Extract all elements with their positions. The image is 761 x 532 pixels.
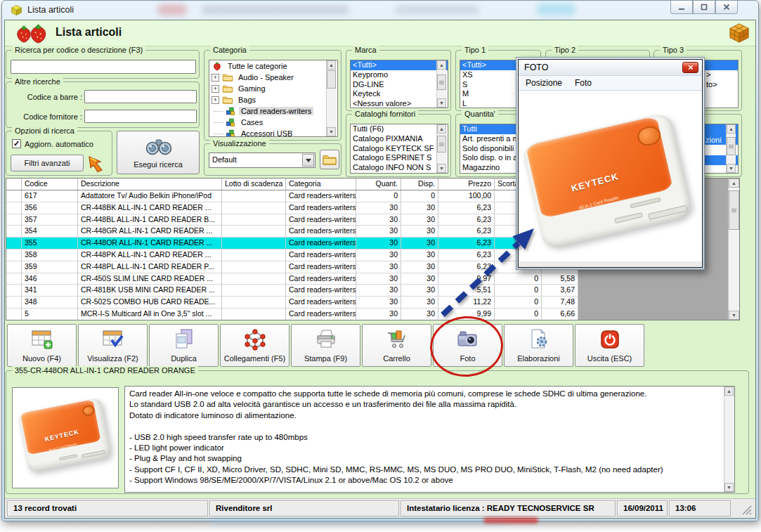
barcode-input[interactable] — [84, 90, 197, 103]
table-cell: CR-450S SLIM LINE CARD READER ... — [78, 273, 222, 285]
right-filter-scrollbar[interactable]: ▲ ▼ — [726, 124, 736, 173]
description-line: Lo standard USB 2.0 ad alta velocità gar… — [125, 399, 734, 410]
list-item[interactable]: Tutti (F6) — [351, 124, 448, 134]
column-header[interactable]: Descrizione — [78, 179, 222, 190]
list-item[interactable]: Keypromo — [351, 70, 448, 80]
column-header[interactable]: Quant. — [356, 179, 401, 190]
uscita-esc-button[interactable]: Uscita (ESC) — [575, 324, 644, 367]
table-cell — [222, 261, 286, 273]
list-item[interactable]: DG-LINE — [351, 80, 448, 90]
table-cell: Card readers-writers — [286, 202, 356, 214]
scroll-thumb[interactable] — [437, 136, 446, 153]
scroll-down-arrow[interactable]: ▼ — [437, 98, 446, 108]
brand-scrollbar[interactable]: ▲ ▼ — [436, 60, 446, 108]
scroll-thumb[interactable] — [437, 74, 446, 90]
list-item[interactable]: Catalogo KEYTECK SF — [351, 144, 448, 154]
flame-arrow-icon[interactable] — [86, 153, 106, 173]
auto-update-checkbox[interactable]: ✓ — [12, 139, 21, 148]
product-description[interactable]: Card reader All-in-one veloce e compatto… — [124, 386, 735, 493]
description-line: - Support CF I, CF II, XD, Micro Driver,… — [125, 465, 734, 475]
column-header[interactable]: Prezzo — [438, 179, 495, 190]
list-item[interactable]: Catalogo PIXMANIA — [351, 134, 448, 144]
scroll-down-arrow[interactable]: ▼ — [729, 311, 739, 320]
scroll-up-arrow[interactable]: ▲ — [729, 179, 739, 188]
table-cell — [6, 285, 22, 296]
list-item[interactable]: <Nessun valore> — [351, 99, 448, 108]
list-item[interactable]: <Tutti> — [351, 60, 448, 70]
foto-close-button[interactable] — [682, 62, 698, 73]
foto-titlebar[interactable]: FOTO — [519, 60, 702, 76]
catalogs-listbox[interactable]: Tutti (F6)Catalogo PIXMANIACatalogo KEYT… — [350, 124, 448, 174]
run-search-button[interactable]: Esegui ricerca — [117, 131, 200, 174]
supplier-code-input[interactable] — [84, 110, 197, 123]
tree-item[interactable]: Accessori USB — [209, 128, 337, 137]
scroll-down-arrow[interactable]: ▼ — [437, 164, 446, 173]
stampa-f9-button[interactable]: Stampa (F9) — [291, 324, 360, 367]
scroll-thumb[interactable] — [327, 70, 336, 89]
scroll-thumb[interactable] — [729, 190, 739, 230]
scroll-down-arrow[interactable]: ▼ — [727, 164, 736, 173]
column-header[interactable]: Disp. — [401, 179, 438, 190]
tree-expander-icon[interactable]: + — [212, 96, 219, 104]
combobox-dropdown-button[interactable] — [302, 154, 314, 167]
column-header[interactable] — [6, 179, 22, 190]
tree-item-label: Tutte le categorie — [226, 62, 290, 70]
resize-grip[interactable] — [741, 505, 753, 516]
tree-item[interactable]: Card readers-writers — [209, 105, 337, 117]
description-scrollbar[interactable]: ▲ ▼ — [724, 387, 734, 492]
tree-item[interactable]: +Audio - Speaker — [209, 72, 337, 83]
tree-item[interactable]: Tutte le categorie — [209, 60, 337, 72]
detail-caption: 355-CR-448OR ALL-IN-1 CARD READER ORANGE — [12, 366, 198, 375]
visualizza-f2-button[interactable]: Visualizza (F2) — [78, 324, 148, 367]
close-button[interactable] — [715, 1, 738, 14]
view-combobox[interactable]: Default — [209, 153, 316, 168]
minimize-button[interactable] — [670, 1, 693, 14]
tree-item[interactable]: +Gaming — [209, 83, 337, 94]
catalogs-scrollbar[interactable]: ▲ ▼ — [436, 124, 446, 173]
tree-expander-icon[interactable]: + — [212, 85, 219, 93]
scroll-up-arrow[interactable]: ▲ — [724, 387, 734, 396]
scroll-up-arrow[interactable]: ▲ — [727, 124, 736, 134]
scroll-down-arrow[interactable]: ▼ — [724, 483, 734, 492]
table-cell: Card readers-writers — [286, 226, 356, 237]
carrello-button[interactable]: Carrello — [362, 324, 431, 367]
table-cell: 341 — [22, 285, 78, 296]
search-input[interactable] — [11, 60, 196, 74]
column-header[interactable]: Categoria — [286, 179, 356, 190]
table-scrollbar[interactable]: ▲ ▼ — [728, 179, 739, 320]
list-item[interactable]: Catalogo ESPRINET S — [351, 153, 448, 163]
table-cell: Card readers-writers — [286, 249, 356, 261]
tree-item[interactable]: Cases — [209, 117, 337, 128]
table-row[interactable]: 617Adattatore Tv/ Audio Belkin iPhone/iP… — [6, 190, 578, 202]
column-header[interactable]: Codice — [22, 179, 78, 190]
nuovo-f4-button[interactable]: Nuovo (F4) — [7, 324, 77, 367]
table-cell — [222, 297, 286, 308]
duplica-button[interactable]: Duplica — [149, 324, 219, 367]
menu-posizione[interactable]: Posizione — [526, 78, 562, 88]
collegamenti-f5-button[interactable]: Collegamenti (F5) — [220, 324, 290, 367]
menu-foto[interactable]: Foto — [575, 78, 592, 88]
column-header[interactable]: Lotto di scadenza — [222, 179, 286, 190]
brand-listbox[interactable]: <Tutti>KeypromoDG-LINEKeyteck<Nessun val… — [350, 60, 448, 108]
description-line: Card reader All-in-one veloce e compatto… — [125, 389, 734, 399]
table-cell: Card readers-writers — [286, 285, 356, 296]
open-view-folder-button[interactable] — [320, 150, 339, 169]
window-titlebar[interactable]: Lista articoli — [1, 0, 759, 20]
scroll-up-arrow[interactable]: ▲ — [437, 60, 446, 70]
advanced-filters-button[interactable]: Filtri avanzati — [11, 155, 84, 171]
tree-expander-icon[interactable]: + — [212, 74, 219, 82]
list-item[interactable]: Catalogo INFO NON S — [351, 163, 448, 173]
category-scrollbar[interactable]: ▲ ▼ — [326, 60, 336, 136]
list-item[interactable]: Keyteck — [351, 89, 448, 99]
scroll-up-arrow[interactable]: ▲ — [437, 124, 446, 134]
scroll-thumb[interactable] — [727, 137, 736, 155]
window-icon — [11, 4, 22, 16]
scroll-down-arrow[interactable]: ▼ — [327, 127, 336, 136]
tree-item-label: Gaming — [236, 84, 268, 93]
category-tree[interactable]: Tutte le categorie+Audio - Speaker+Gamin… — [209, 60, 338, 137]
brand-caption: Marca — [352, 46, 379, 54]
tree-item[interactable]: +Bags — [209, 94, 337, 105]
maximize-button[interactable] — [693, 1, 715, 14]
scroll-up-arrow[interactable]: ▲ — [327, 60, 336, 70]
elaborazioni-button[interactable]: Elaborazioni — [504, 324, 573, 367]
